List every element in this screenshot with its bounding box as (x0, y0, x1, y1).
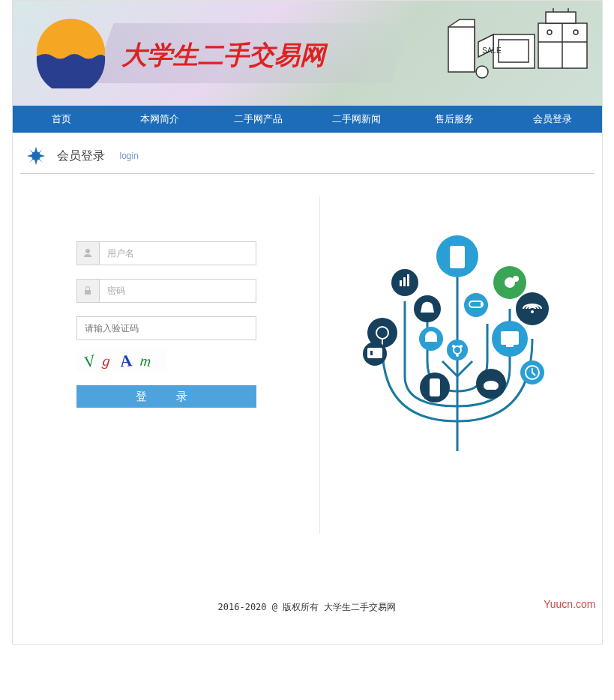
svg-rect-46 (501, 331, 519, 345)
section-subtitle: login (120, 151, 139, 161)
nav-products[interactable]: 二手网产品 (209, 106, 307, 133)
svg-rect-12 (448, 27, 475, 72)
svg-rect-24 (400, 280, 402, 286)
svg-point-43 (460, 345, 463, 348)
svg-rect-47 (506, 345, 514, 347)
svg-point-34 (464, 293, 488, 317)
captcha-input[interactable] (76, 316, 256, 340)
captcha-image[interactable]: V g A m (76, 349, 166, 372)
login-button[interactable]: 登 录 (76, 385, 256, 408)
svg-point-40 (447, 340, 468, 360)
banner-illustration-icon: SALE (437, 8, 595, 98)
svg-rect-26 (407, 274, 409, 286)
svg-text:A: A (118, 351, 132, 370)
svg-point-38 (531, 310, 534, 313)
password-input[interactable] (99, 279, 256, 303)
svg-rect-25 (403, 277, 406, 286)
svg-point-44 (456, 354, 459, 357)
svg-point-42 (452, 345, 455, 348)
user-icon (76, 241, 99, 265)
section-header: 会员登录 login (20, 133, 595, 174)
svg-rect-50 (370, 351, 373, 355)
svg-rect-7 (546, 12, 576, 23)
svg-rect-49 (367, 348, 382, 358)
banner: 大学生二手交易网 SALE (13, 1, 602, 106)
site-title: 大学生二手交易网 (121, 38, 369, 77)
main-nav: 首页 本网简介 二手网产品 二手网新闻 售后服务 会员登录 (13, 106, 602, 133)
site-logo-icon (35, 17, 106, 88)
svg-point-13 (476, 66, 488, 78)
svg-text:V: V (82, 351, 98, 372)
section-title: 会员登录 (57, 148, 105, 164)
password-group (76, 279, 256, 303)
svg-point-37 (516, 292, 549, 325)
svg-rect-11 (499, 40, 529, 62)
tech-tree-icon (360, 226, 555, 451)
main-row: V g A m 登 录 (20, 196, 595, 534)
nav-about[interactable]: 本网简介 (111, 106, 209, 133)
lock-icon (76, 279, 99, 303)
illustration-column (320, 196, 595, 534)
svg-point-29 (513, 276, 519, 282)
svg-rect-36 (481, 303, 483, 306)
nav-login[interactable]: 会员登录 (504, 106, 602, 133)
svg-text:g: g (101, 351, 111, 369)
nav-news[interactable]: 二手网新闻 (307, 106, 406, 133)
username-input[interactable] (99, 241, 256, 265)
svg-rect-52 (430, 378, 440, 396)
login-form: V g A m 登 录 (20, 196, 320, 534)
svg-rect-22 (450, 246, 465, 268)
footer-copyright: 2016-2020 @ 版权所有 大学生二手交易网 (13, 556, 602, 644)
watermark: Yuucn.com (544, 598, 595, 610)
page-container: 大学生二手交易网 SALE (12, 0, 603, 645)
star-burst-icon (26, 146, 46, 166)
content: 会员登录 login (13, 133, 602, 556)
username-group (76, 241, 256, 265)
svg-text:大学生二手交易网: 大学生二手交易网 (121, 41, 328, 69)
nav-home[interactable]: 首页 (13, 106, 111, 133)
svg-text:SALE: SALE (482, 46, 502, 55)
nav-service[interactable]: 售后服务 (406, 106, 504, 133)
svg-text:m: m (139, 352, 151, 369)
